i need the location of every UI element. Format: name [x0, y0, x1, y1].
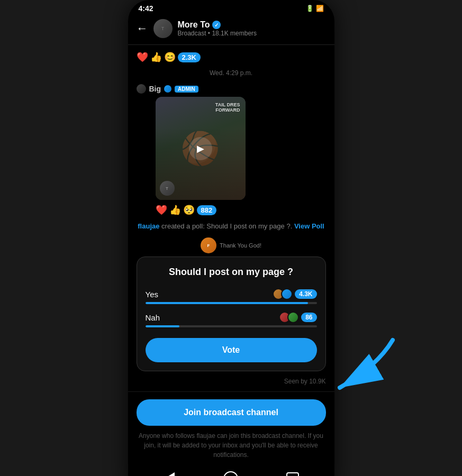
join-broadcast-button[interactable]: Join broadcast channel: [137, 399, 326, 426]
voter-avatars-yes: [273, 288, 293, 300]
poll-notification: flaujae created a poll: Should I post on…: [137, 222, 326, 230]
arrow-annotation: [329, 335, 403, 400]
yes-vote-count: 4.3K: [295, 289, 316, 299]
join-description: Anyone who follows flaujae can join this…: [137, 431, 326, 460]
message-sender-row: Big ADMIN: [137, 84, 326, 94]
nav-bar: [128, 464, 334, 476]
join-section: Join broadcast channel Anyone who follow…: [128, 391, 334, 464]
phone-frame: 4:42 🔋 📶 ← T More To ✓ Broadcast • 18.1K…: [128, 0, 334, 476]
poll-option-yes: Yes 4.3K: [146, 288, 317, 304]
verified-badge: ✓: [212, 21, 221, 29]
channel-reactions: ❤️ 👍 😊 2.3K: [137, 51, 326, 63]
poll-bar-fill-yes: [146, 302, 309, 304]
poll-card-header: F Thank You God!: [201, 237, 261, 253]
poll-question: Should I post on my page ?: [146, 267, 317, 278]
video-thumbnail[interactable]: 🏀 TAIL DRESFORWARD ▶ T: [156, 97, 246, 200]
back-button[interactable]: ←: [137, 22, 148, 35]
recent-nav-icon: [286, 472, 299, 476]
poll-avatar-label: Thank You God!: [220, 242, 261, 249]
back-nav-button[interactable]: [161, 470, 178, 476]
video-play-button[interactable]: ▶: [189, 137, 212, 160]
msg-pleading-emoji: 🥺: [183, 204, 195, 216]
poll-option-nah-header: Nah 86: [146, 312, 317, 323]
seen-count: Seen by 10.9K: [137, 378, 326, 385]
poll-option-yes-header: Yes 4.3K: [146, 288, 317, 300]
channel-avatar: T: [153, 19, 173, 38]
chat-area: ❤️ 👍 😊 2.3K Wed. 4:29 p.m. Big ADMIN 🏀 T…: [128, 45, 334, 391]
poll-card-wrapper: F Thank You God! Should I post on my pag…: [137, 237, 326, 385]
message-reactions-bar: ❤️ 👍 🥺 882: [156, 204, 326, 216]
nah-vote-count: 86: [301, 313, 316, 322]
view-poll-link[interactable]: View Poll: [294, 222, 324, 230]
poll-option-nah-label: Nah: [146, 313, 160, 322]
sender-avatar-small: [137, 84, 146, 94]
poll-option-yes-label: Yes: [146, 290, 158, 299]
poll-option-nah: Nah 86: [146, 312, 317, 327]
video-logo: TAIL DRESFORWARD: [215, 102, 240, 113]
signal-icon: 🔋: [306, 5, 314, 12]
message-timestamp: Wed. 4:29 p.m.: [137, 69, 326, 77]
admin-badge: ADMIN: [175, 86, 198, 93]
recent-nav-button[interactable]: [284, 470, 301, 476]
poll-bar-fill-nah: [146, 325, 180, 327]
channel-info: More To ✓ Broadcast • 18.1K members: [178, 20, 326, 37]
home-nav-button[interactable]: [222, 470, 239, 476]
poll-option-yes-voters: 4.3K: [273, 288, 316, 300]
sender-verified-icon: [164, 85, 171, 93]
vote-button[interactable]: Vote: [146, 338, 317, 362]
msg-heart-emoji: ❤️: [156, 204, 167, 216]
wifi-icon: 📶: [316, 5, 324, 12]
msg-thumbsup-emoji: 👍: [169, 204, 181, 216]
reaction-count: 2.3K: [178, 52, 201, 62]
msg-reaction-count: 882: [197, 205, 217, 215]
channel-subtitle: Broadcast • 18.1K members: [178, 30, 326, 37]
status-bar: 4:42 🔋 📶: [128, 0, 334, 15]
clock: 4:42: [139, 4, 153, 13]
voter-avatars-nah: [279, 312, 299, 323]
channel-name-text: More To: [178, 20, 210, 30]
thumbsup-emoji: 👍: [150, 51, 162, 63]
channel-title: More To ✓: [178, 20, 326, 30]
poll-avatar: F: [201, 237, 216, 253]
poll-bar-track-yes: [146, 302, 317, 304]
poll-card: Should I post on my page ? Yes 4.3K: [137, 257, 326, 371]
video-channel-avatar: T: [160, 181, 175, 196]
poll-creator-name: flaujae: [138, 222, 159, 230]
voter-avatar-4: [287, 312, 299, 323]
blue-arrow-svg: [329, 335, 403, 398]
status-icons: 🔋 📶: [306, 5, 324, 12]
channel-header: ← T More To ✓ Broadcast • 18.1K members: [128, 15, 334, 45]
smile-emoji: 😊: [164, 51, 176, 63]
poll-notification-text: created a poll: Should I post on my page…: [161, 222, 292, 230]
heart-emoji: ❤️: [137, 51, 148, 63]
sender-name: Big: [149, 85, 161, 93]
poll-bar-track-nah: [146, 325, 317, 327]
poll-option-nah-voters: 86: [279, 312, 316, 323]
home-nav-icon: [223, 471, 238, 476]
voter-avatar-2: [281, 288, 293, 300]
back-nav-icon: [164, 472, 175, 476]
